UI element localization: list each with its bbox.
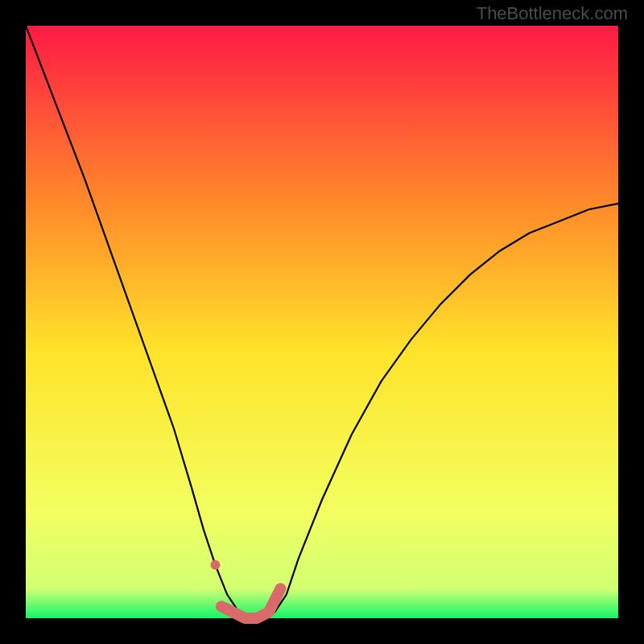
accent-dot — [211, 560, 221, 570]
plot-background — [26, 26, 618, 618]
chart-frame: { "watermark": "TheBottleneck.com", "col… — [0, 0, 644, 644]
bottleneck-chart — [0, 0, 644, 644]
watermark-text: TheBottleneck.com — [477, 3, 628, 24]
